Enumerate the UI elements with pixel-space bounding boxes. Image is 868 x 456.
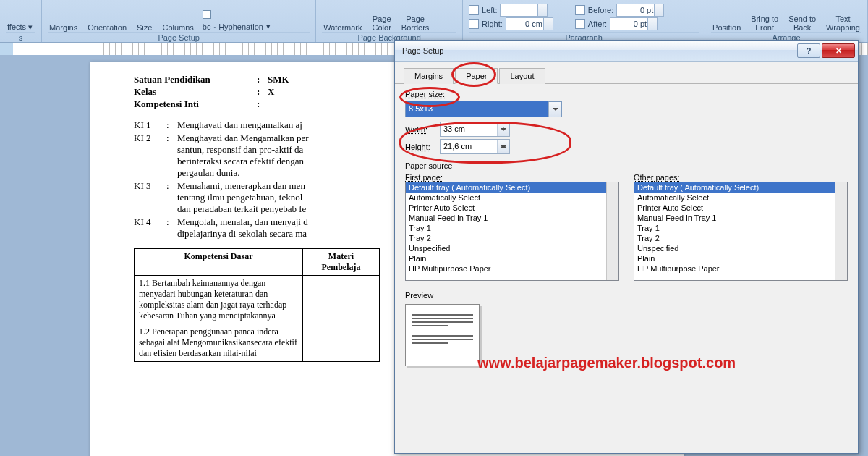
listbox-item[interactable]: HP Multipurpose Paper (406, 263, 618, 274)
listbox-item[interactable]: Default tray ( Automatically Select) (634, 182, 847, 193)
tab-layout[interactable]: Layout (499, 68, 545, 84)
paper-source-label: Paper source (405, 161, 848, 170)
listbox-item[interactable]: Tray 1 (634, 223, 847, 233)
columns-button[interactable]: Columns (161, 22, 195, 32)
indent-right-input[interactable]: 0 cm (506, 17, 553, 30)
spacing-after-input[interactable]: 0 pt (610, 17, 658, 30)
first-page-listbox[interactable]: Default tray ( Automatically Select)Auto… (405, 182, 619, 281)
listbox-item[interactable]: Plain (634, 253, 847, 263)
spacing-before-input[interactable]: 0 pt (616, 4, 664, 17)
bring-front-button[interactable]: Bring to Front (749, 13, 780, 32)
hyphenation-button[interactable]: bc- Hyphenation ▾ (203, 21, 271, 32)
width-input[interactable]: 33 cm (440, 122, 510, 137)
listbox-item[interactable]: HP Multipurpose Paper (634, 263, 847, 274)
tab-margins[interactable]: Margins (404, 68, 454, 84)
spacing-before-label: Before: (588, 6, 613, 14)
text-wrapping-button[interactable]: Text Wrapping (825, 13, 861, 32)
effects-button[interactable]: ffects ▾ (6, 21, 34, 32)
indent-left-label: Left: (482, 6, 497, 14)
size-button[interactable]: Size (135, 22, 153, 32)
page-borders-button[interactable]: Page Borders (400, 13, 431, 32)
width-label: Width: (405, 125, 434, 134)
height-label: Height: (405, 143, 434, 151)
listbox-item[interactable]: Manual Feed in Tray 1 (406, 213, 618, 223)
listbox-item[interactable]: Manual Feed in Tray 1 (634, 213, 847, 223)
height-input[interactable]: 21,6 cm (440, 139, 510, 154)
other-pages-label: Other pages: (634, 173, 848, 182)
help-button[interactable]: ? (797, 43, 820, 58)
listbox-item[interactable]: Plain (406, 253, 618, 263)
dialog-title: Page Setup (402, 46, 444, 55)
tab-paper[interactable]: Paper (455, 68, 498, 84)
orientation-button[interactable]: Orientation (86, 22, 128, 32)
spacing-after-label: After: (588, 20, 607, 28)
margins-button[interactable]: Margins (48, 22, 79, 32)
send-back-button[interactable]: Send to Back (787, 13, 817, 32)
kompetensi-table: Kompetensi DasarMateri Pembelaja 1.1 Ber… (134, 248, 380, 362)
paper-size-combo[interactable]: 8.5x13 (405, 101, 562, 117)
page-setup-dialog: Page Setup ? ✕ Margins Paper Layout Pape… (394, 40, 859, 454)
line-numbers-button[interactable] (203, 9, 271, 20)
listbox-item[interactable]: Default tray ( Automatically Select) (406, 182, 618, 193)
other-pages-listbox[interactable]: Default tray ( Automatically Select)Auto… (634, 182, 848, 281)
preview-thumbnail (405, 304, 480, 366)
dialog-tabs: Margins Paper Layout (395, 62, 858, 84)
listbox-item[interactable]: Unspecified (634, 243, 847, 253)
scrollbar[interactable] (606, 182, 618, 280)
listbox-item[interactable]: Tray 1 (406, 223, 618, 233)
page-setup-group-label: Page Setup (48, 32, 310, 42)
listbox-item[interactable]: Tray 2 (634, 233, 847, 243)
table-cell: 1.1 Bertambah keimanannya dengan menyada… (135, 276, 303, 324)
chevron-down-icon[interactable] (548, 102, 561, 117)
listbox-item[interactable]: Automatically Select (634, 193, 847, 203)
page-color-button[interactable]: Page Color (371, 13, 393, 32)
listbox-item[interactable]: Unspecified (406, 243, 618, 253)
listbox-item[interactable]: Tray 2 (406, 233, 618, 243)
close-button[interactable]: ✕ (822, 43, 855, 58)
preview-label: Preview (405, 291, 848, 300)
listbox-item[interactable]: Printer Auto Select (406, 203, 618, 213)
listbox-item[interactable]: Printer Auto Select (634, 203, 847, 213)
watermark-button[interactable]: Watermark (322, 22, 363, 32)
position-button[interactable]: Position (711, 22, 742, 32)
scrollbar[interactable] (835, 182, 847, 280)
dialog-titlebar[interactable]: Page Setup ? ✕ (395, 41, 858, 62)
listbox-item[interactable]: Automatically Select (406, 193, 618, 203)
first-page-label: First page: (405, 173, 619, 182)
watermark-text: www.belajarpagemaker.blogspot.com (477, 355, 736, 371)
ribbon: ffects ▾ s Margins Orientation Size Colu… (0, 0, 868, 43)
paper-size-label: Paper size: (405, 90, 848, 98)
indent-right-label: Right: (482, 20, 503, 28)
table-header-2: Materi Pembelaja (303, 249, 380, 276)
table-header-1: Kompetensi Dasar (135, 249, 303, 276)
table-cell: 1.2 Penerapan penggunaan panca indera se… (135, 324, 303, 362)
